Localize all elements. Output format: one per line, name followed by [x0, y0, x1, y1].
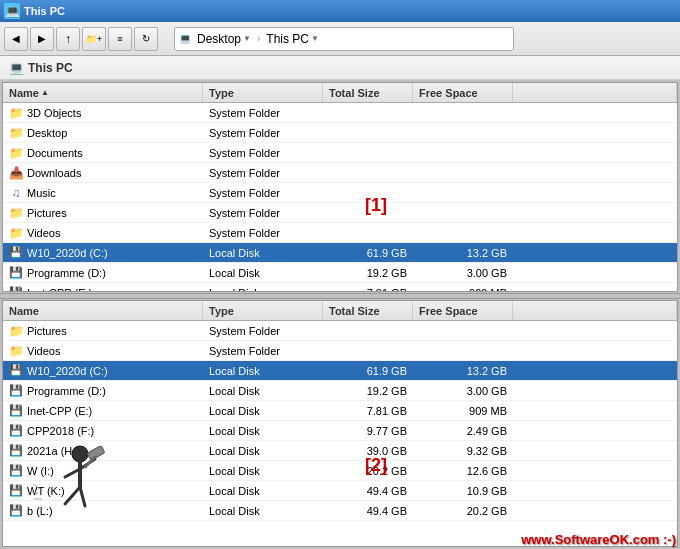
title-bar: 💻 This PC [0, 0, 680, 22]
refresh-button[interactable]: ↻ [134, 27, 158, 51]
address-thispc[interactable]: This PC ▼ [264, 32, 321, 46]
table-row[interactable]: 📁 Pictures System Folder [3, 321, 677, 341]
table-row[interactable]: 💾 Programme (D:) Local Disk 19.2 GB 3.00… [3, 381, 677, 401]
table-row[interactable]: 📁 3D Objects System Folder [3, 103, 677, 123]
table-row[interactable]: 📁 Desktop System Folder [3, 123, 677, 143]
address-desktop[interactable]: Desktop ▼ [195, 32, 253, 46]
cell-total-size: 19.2 GB [323, 385, 413, 397]
cell-name: 📁 Videos [3, 226, 203, 240]
cell-name: 📁 Pictures [3, 324, 203, 338]
cell-name: 📥 Downloads [3, 166, 203, 180]
cell-total-size: 9.77 GB [323, 425, 413, 437]
cell-name: ♫ Music [3, 186, 203, 200]
column-headers: Name ▲ Type Total Size Free Space [3, 83, 677, 103]
bottom-col-free-space[interactable]: Free Space [413, 301, 513, 320]
disk-icon: 💾 [9, 404, 23, 418]
col-extra [513, 83, 677, 102]
bottom-col-extra [513, 301, 677, 320]
folder-icon: 📁 [9, 126, 23, 140]
back-button[interactable]: ◀ [4, 27, 28, 51]
folder-icon: 📁 [9, 106, 23, 120]
window-title: This PC [24, 5, 65, 17]
disk-icon: 💾 [9, 504, 23, 518]
table-row[interactable]: 💾 Inet-CPP (E:) Local Disk 7.81 GB 909 M… [3, 401, 677, 421]
table-row[interactable]: 💾 CPP2018 (F:) Local Disk 9.77 GB 2.49 G… [3, 421, 677, 441]
disk-icon: 💾 [9, 364, 23, 378]
pc-icon: 💻 [8, 60, 24, 76]
svg-point-0 [72, 446, 88, 462]
cell-free-space: 9.32 GB [413, 445, 513, 457]
cell-free-space: 3.00 GB [413, 385, 513, 397]
table-row[interactable]: 📁 Videos System Folder [3, 223, 677, 243]
table-row[interactable]: 📁 Pictures System Folder [3, 203, 677, 223]
col-name[interactable]: Name ▲ [3, 83, 203, 102]
cell-type: System Folder [203, 127, 323, 139]
cell-type: System Folder [203, 345, 323, 357]
cell-free-space: 13.2 GB [413, 247, 513, 259]
cell-free-space: 909 MB [413, 405, 513, 417]
cell-type: System Folder [203, 207, 323, 219]
cell-type: Local Disk [203, 247, 323, 259]
cell-type: Local Disk [203, 267, 323, 279]
cell-free-space: 13.2 GB [413, 365, 513, 377]
cell-type: Local Disk [203, 465, 323, 477]
table-row[interactable]: 💾 Programme (D:) Local Disk 19.2 GB 3.00… [3, 263, 677, 283]
forward-button[interactable]: ▶ [30, 27, 54, 51]
disk-icon: 💾 [9, 424, 23, 438]
col-free-space[interactable]: Free Space [413, 83, 513, 102]
cell-type: Local Disk [203, 425, 323, 437]
disk-icon: 💾 [9, 464, 23, 478]
bottom-col-name[interactable]: Name [3, 301, 203, 320]
address-bar[interactable]: 💻 Desktop ▼ › This PC ▼ [174, 27, 514, 51]
cell-type: Local Disk [203, 445, 323, 457]
breadcrumb-text: This PC [28, 61, 73, 75]
toolbar: ◀ ▶ ↑ 📁+ ≡ ↻ 💻 Desktop ▼ › This PC ▼ [0, 22, 680, 56]
cell-total-size: 7.81 GB [323, 287, 413, 293]
table-row[interactable]: 📥 Downloads System Folder [3, 163, 677, 183]
table-row[interactable]: ♫ Music System Folder [3, 183, 677, 203]
col-type[interactable]: Type [203, 83, 323, 102]
folder-icon: 📁 [9, 146, 23, 160]
table-row[interactable]: 💾 W10_2020d (C:) Local Disk 61.9 GB 13.2… [3, 243, 677, 263]
watermark: www.SoftwareOK.com :-) [521, 532, 676, 547]
folder-icon: 📁 [9, 206, 23, 220]
new-folder-button[interactable]: 📁+ [82, 27, 106, 51]
bottom-col-type[interactable]: Type [203, 301, 323, 320]
label-1: [1] [365, 195, 387, 216]
cell-name: 💾 Programme (D:) [3, 266, 203, 280]
cell-name: 📁 Pictures [3, 206, 203, 220]
cell-type: Local Disk [203, 485, 323, 497]
cell-free-space: 2.49 GB [413, 425, 513, 437]
folder-icon: 📁 [9, 226, 23, 240]
cell-type: Local Disk [203, 505, 323, 517]
svg-line-8 [33, 484, 40, 489]
table-row[interactable]: 📁 Documents System Folder [3, 143, 677, 163]
table-row[interactable]: 💾 Inet-CPP (E:) Local Disk 7.81 GB 909 M… [3, 283, 677, 292]
up-button[interactable]: ↑ [56, 27, 80, 51]
table-row[interactable]: 💾 W10_2020d (C:) Local Disk 61.9 GB 13.2… [3, 361, 677, 381]
folder-down-icon: 📥 [9, 166, 23, 180]
bottom-col-total-size[interactable]: Total Size [323, 301, 413, 320]
music-icon: ♫ [9, 186, 23, 200]
cell-name: 💾 Programme (D:) [3, 384, 203, 398]
svg-line-9 [31, 491, 38, 494]
disk-icon: 💾 [9, 444, 23, 458]
cell-type: Local Disk [203, 405, 323, 417]
cell-type: Local Disk [203, 365, 323, 377]
cell-name: 📁 Documents [3, 146, 203, 160]
bottom-column-headers: Name Type Total Size Free Space [3, 301, 677, 321]
table-row[interactable]: 📁 Videos System Folder [3, 341, 677, 361]
folder-icon: 📁 [9, 344, 23, 358]
cell-total-size: 49.4 GB [323, 505, 413, 517]
disk-icon: 💾 [9, 384, 23, 398]
view-toggle-button[interactable]: ≡ [108, 27, 132, 51]
cell-name: 📁 Videos [3, 344, 203, 358]
cell-name: 💾 CPP2018 (F:) [3, 424, 203, 438]
cell-total-size: 19.2 GB [323, 267, 413, 279]
cell-type: System Folder [203, 167, 323, 179]
cell-name: 📁 3D Objects [3, 106, 203, 120]
cell-total-size: 61.9 GB [323, 365, 413, 377]
col-total-size[interactable]: Total Size [323, 83, 413, 102]
top-explorer-pane: Name ▲ Type Total Size Free Space 📁 3D O… [2, 82, 678, 292]
disk-icon: 💾 [9, 266, 23, 280]
